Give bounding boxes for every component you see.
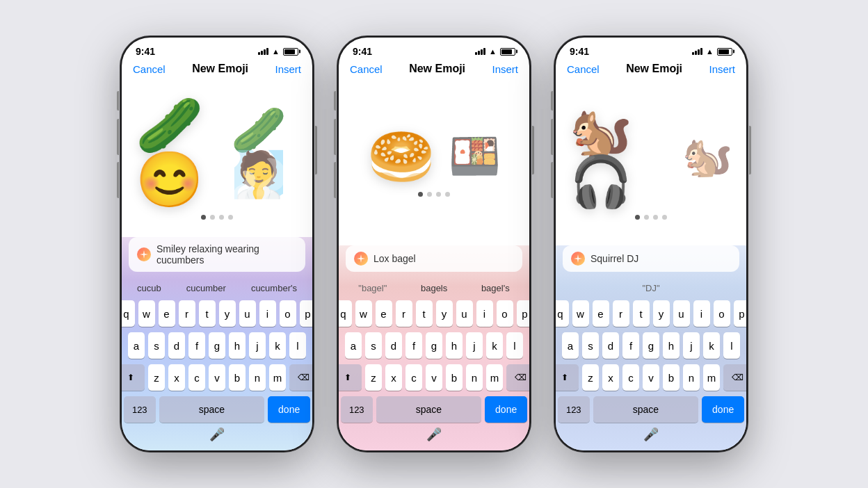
num-key-1[interactable]: 123 bbox=[124, 396, 156, 423]
key-u-2[interactable]: u bbox=[456, 300, 473, 327]
search-field-3[interactable]: Squirrel DJ bbox=[563, 245, 739, 272]
key-f-3[interactable]: f bbox=[622, 332, 639, 359]
key-i-2[interactable]: i bbox=[476, 300, 493, 327]
key-j-2[interactable]: j bbox=[466, 332, 483, 359]
key-j-1[interactable]: j bbox=[249, 332, 266, 359]
key-v-2[interactable]: v bbox=[426, 364, 442, 391]
key-w-3[interactable]: w bbox=[572, 300, 589, 327]
key-m-2[interactable]: m bbox=[486, 364, 503, 391]
key-n-1[interactable]: n bbox=[249, 364, 266, 391]
cancel-button-1[interactable]: Cancel bbox=[133, 63, 166, 75]
key-b-1[interactable]: b bbox=[229, 364, 246, 391]
emoji-secondary-1[interactable]: 🥒🧖 bbox=[231, 108, 298, 197]
insert-button-1[interactable]: Insert bbox=[275, 63, 301, 75]
key-o-1[interactable]: o bbox=[280, 300, 296, 327]
key-i-1[interactable]: i bbox=[259, 300, 276, 327]
key-b-2[interactable]: b bbox=[446, 364, 463, 391]
search-field-2[interactable]: Lox bagel bbox=[346, 245, 522, 272]
key-q-3[interactable]: q bbox=[556, 300, 569, 327]
key-d-2[interactable]: d bbox=[385, 332, 402, 359]
autocomplete-3-1[interactable]: "DJ" bbox=[636, 280, 665, 296]
key-k-2[interactable]: k bbox=[486, 332, 503, 359]
done-key-2[interactable]: done bbox=[485, 396, 527, 423]
mic-icon-3[interactable]: 🎤 bbox=[643, 427, 659, 442]
shift-key-2[interactable]: ⬆ bbox=[339, 364, 362, 391]
key-z-2[interactable]: z bbox=[365, 364, 382, 391]
key-w-2[interactable]: w bbox=[355, 300, 372, 327]
key-c-2[interactable]: c bbox=[405, 364, 422, 391]
key-p-2[interactable]: p bbox=[517, 300, 530, 327]
key-r-1[interactable]: r bbox=[179, 300, 195, 327]
key-w-1[interactable]: w bbox=[138, 300, 155, 327]
key-s-3[interactable]: s bbox=[582, 332, 599, 359]
key-r-3[interactable]: r bbox=[613, 300, 629, 327]
key-u-1[interactable]: u bbox=[239, 300, 256, 327]
mic-icon-1[interactable]: 🎤 bbox=[209, 427, 225, 442]
key-e-1[interactable]: e bbox=[159, 300, 175, 327]
key-q-1[interactable]: q bbox=[122, 300, 135, 327]
emoji-secondary-2[interactable]: 🍱 bbox=[449, 136, 501, 177]
key-t-1[interactable]: t bbox=[199, 300, 216, 327]
autocomplete-2-2[interactable]: bagels bbox=[415, 280, 453, 296]
autocomplete-1-2[interactable]: cucumber bbox=[181, 280, 232, 296]
insert-button-3[interactable]: Insert bbox=[709, 63, 735, 75]
key-c-1[interactable]: c bbox=[188, 364, 205, 391]
space-key-2[interactable]: space bbox=[376, 396, 482, 423]
key-p-1[interactable]: p bbox=[300, 300, 313, 327]
space-key-3[interactable]: space bbox=[593, 396, 699, 423]
key-y-1[interactable]: y bbox=[219, 300, 236, 327]
key-g-1[interactable]: g bbox=[209, 332, 225, 359]
key-d-1[interactable]: d bbox=[168, 332, 185, 359]
key-v-1[interactable]: v bbox=[209, 364, 225, 391]
emoji-secondary-3[interactable]: 🐿️ bbox=[682, 136, 732, 177]
key-h-2[interactable]: h bbox=[446, 332, 463, 359]
key-o-3[interactable]: o bbox=[714, 300, 730, 327]
key-l-3[interactable]: l bbox=[723, 332, 740, 359]
key-r-2[interactable]: r bbox=[396, 300, 412, 327]
cancel-button-2[interactable]: Cancel bbox=[350, 63, 383, 75]
key-m-1[interactable]: m bbox=[269, 364, 286, 391]
emoji-primary-1[interactable]: 🥒😊 bbox=[136, 98, 217, 206]
emoji-primary-3[interactable]: 🐿️🎧 bbox=[570, 106, 668, 206]
key-y-3[interactable]: y bbox=[653, 300, 670, 327]
key-s-1[interactable]: s bbox=[148, 332, 165, 359]
autocomplete-1-1[interactable]: cucub bbox=[131, 280, 167, 296]
key-g-3[interactable]: g bbox=[643, 332, 659, 359]
shift-key-1[interactable]: ⬆ bbox=[122, 364, 145, 391]
key-n-3[interactable]: n bbox=[683, 364, 700, 391]
key-j-3[interactable]: j bbox=[683, 332, 700, 359]
key-f-2[interactable]: f bbox=[405, 332, 422, 359]
key-d-3[interactable]: d bbox=[602, 332, 619, 359]
key-x-3[interactable]: x bbox=[602, 364, 619, 391]
autocomplete-2-1[interactable]: "bagel" bbox=[353, 280, 392, 296]
num-key-2[interactable]: 123 bbox=[341, 396, 373, 423]
key-x-1[interactable]: x bbox=[168, 364, 185, 391]
search-field-1[interactable]: Smiley relaxing wearing cucumbers bbox=[129, 237, 305, 272]
key-u-3[interactable]: u bbox=[673, 300, 690, 327]
delete-key-3[interactable]: ⌫ bbox=[723, 364, 746, 391]
key-z-1[interactable]: z bbox=[148, 364, 165, 391]
key-t-3[interactable]: t bbox=[633, 300, 650, 327]
insert-button-2[interactable]: Insert bbox=[492, 63, 518, 75]
done-key-3[interactable]: done bbox=[702, 396, 744, 423]
key-f-1[interactable]: f bbox=[188, 332, 205, 359]
key-h-3[interactable]: h bbox=[663, 332, 680, 359]
delete-key-2[interactable]: ⌫ bbox=[506, 364, 529, 391]
key-z-3[interactable]: z bbox=[582, 364, 599, 391]
autocomplete-1-3[interactable]: cucumber's bbox=[246, 280, 303, 296]
key-e-2[interactable]: e bbox=[376, 300, 392, 327]
key-p-3[interactable]: p bbox=[734, 300, 747, 327]
key-l-2[interactable]: l bbox=[506, 332, 523, 359]
delete-key-1[interactable]: ⌫ bbox=[289, 364, 312, 391]
key-a-1[interactable]: a bbox=[128, 332, 145, 359]
autocomplete-2-3[interactable]: bagel's bbox=[476, 280, 515, 296]
key-i-3[interactable]: i bbox=[693, 300, 710, 327]
key-a-3[interactable]: a bbox=[562, 332, 579, 359]
num-key-3[interactable]: 123 bbox=[558, 396, 590, 423]
key-l-1[interactable]: l bbox=[289, 332, 306, 359]
done-key-1[interactable]: done bbox=[268, 396, 310, 423]
key-h-1[interactable]: h bbox=[229, 332, 246, 359]
key-k-3[interactable]: k bbox=[703, 332, 720, 359]
key-s-2[interactable]: s bbox=[365, 332, 382, 359]
key-a-2[interactable]: a bbox=[345, 332, 362, 359]
